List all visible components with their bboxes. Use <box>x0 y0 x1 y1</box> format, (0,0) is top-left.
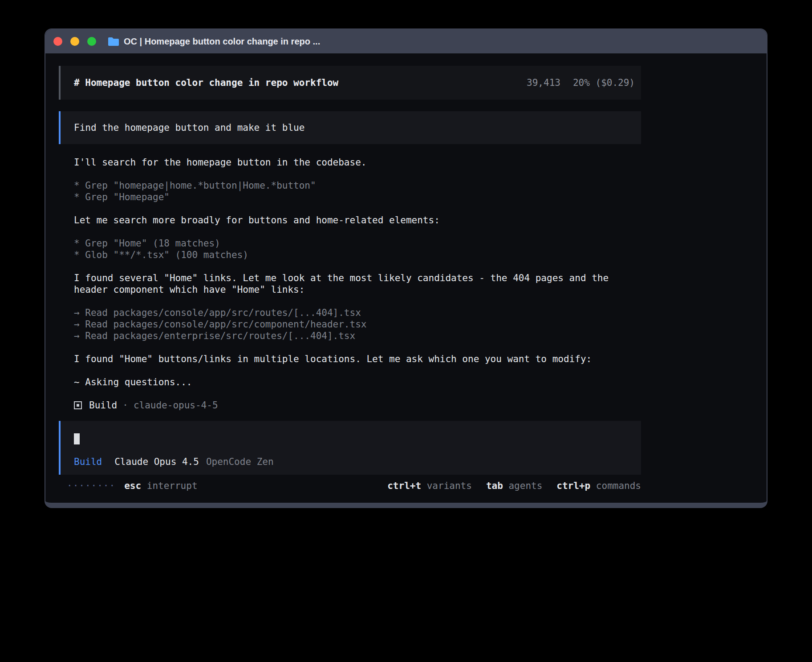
hint-label: commands <box>596 480 641 491</box>
hint-label: agents <box>508 480 542 491</box>
agent-icon <box>74 401 82 409</box>
spinner-dots: ········ <box>67 480 115 492</box>
session-header: # Homepage button color change in repo w… <box>59 66 641 100</box>
tool-call: → Read packages/console/app/src/componen… <box>74 319 641 330</box>
context-usage: 20% ($0.29) <box>573 77 635 89</box>
terminal-content: # Homepage button color change in repo w… <box>45 53 767 492</box>
tool-call: * Grep "Homepage" <box>74 191 641 203</box>
token-count: 39,413 <box>527 77 560 89</box>
tool-call-group: * Grep "Home" (18 matches) * Glob "**/*.… <box>74 238 641 261</box>
hint-agents: tab agents <box>486 480 542 492</box>
assistant-message: Let me search more broadly for buttons a… <box>74 214 641 226</box>
agent-name: Build <box>89 400 117 411</box>
model-provider: OpenCode Zen <box>206 456 274 468</box>
tool-call-group: * Grep "homepage|home.*button|Home.*butt… <box>74 180 641 203</box>
terminal-window: OC | Homepage button color change in rep… <box>45 28 767 508</box>
transcript: I'll search for the homepage button in t… <box>74 157 641 411</box>
session-title: # Homepage button color change in repo w… <box>74 77 338 89</box>
hint-label: variants <box>427 480 472 491</box>
window-title: OC | Homepage button color change in rep… <box>124 36 320 47</box>
user-message: Find the homepage button and make it blu… <box>59 111 641 144</box>
hint-key: tab <box>486 480 503 491</box>
agent-mode[interactable]: Build <box>74 456 102 468</box>
tool-call: → Read packages/console/app/src/routes/[… <box>74 307 641 319</box>
agent-separator: · <box>122 400 128 411</box>
maximize-button[interactable] <box>87 37 96 46</box>
folder-icon <box>108 37 119 46</box>
traffic-lights <box>53 37 96 46</box>
hint-label: interrupt <box>147 480 198 491</box>
status-message: ~ Asking questions... <box>74 376 641 388</box>
hint-commands: ctrl+p commands <box>556 480 641 492</box>
model-name: Claude Opus 4.5 <box>114 456 199 468</box>
tool-call: * Grep "homepage|home.*button|Home.*butt… <box>74 180 641 191</box>
hint-interrupt: esc interrupt <box>124 480 197 492</box>
agent-status-row: Build · claude-opus-4-5 <box>74 400 641 411</box>
close-button[interactable] <box>53 37 62 46</box>
status-bar-left: ········ esc interrupt <box>67 480 198 492</box>
text-cursor <box>74 433 80 444</box>
hint-key: ctrl+p <box>556 480 590 491</box>
hint-variants: ctrl+t variants <box>387 480 472 492</box>
assistant-message: I'll search for the homepage button in t… <box>74 157 641 168</box>
tool-call: * Glob "**/*.tsx" (100 matches) <box>74 249 641 261</box>
tool-call-group: → Read packages/console/app/src/routes/[… <box>74 307 641 342</box>
prompt-input[interactable]: Build Claude Opus 4.5 OpenCode Zen <box>59 421 641 475</box>
model-row: Build Claude Opus 4.5 OpenCode Zen <box>74 456 635 468</box>
agent-model: claude-opus-4-5 <box>134 400 218 411</box>
hint-key: ctrl+t <box>387 480 421 491</box>
titlebar[interactable]: OC | Homepage button color change in rep… <box>45 29 767 53</box>
session-stats: 39,413 20% ($0.29) <box>527 77 635 89</box>
assistant-message: I found "Home" buttons/links in multiple… <box>74 353 641 365</box>
user-message-text: Find the homepage button and make it blu… <box>74 122 304 133</box>
hint-key: esc <box>124 480 141 491</box>
status-bar-right: ctrl+t variants tab agents ctrl+p comman… <box>387 480 641 492</box>
status-bar: ········ esc interrupt ctrl+t variants t… <box>59 480 641 492</box>
minimize-button[interactable] <box>70 37 79 46</box>
tool-call: * Grep "Home" (18 matches) <box>74 238 641 249</box>
tool-call: → Read packages/enterprise/src/routes/[.… <box>74 330 641 342</box>
assistant-message: I found several "Home" links. Let me loo… <box>74 272 641 295</box>
